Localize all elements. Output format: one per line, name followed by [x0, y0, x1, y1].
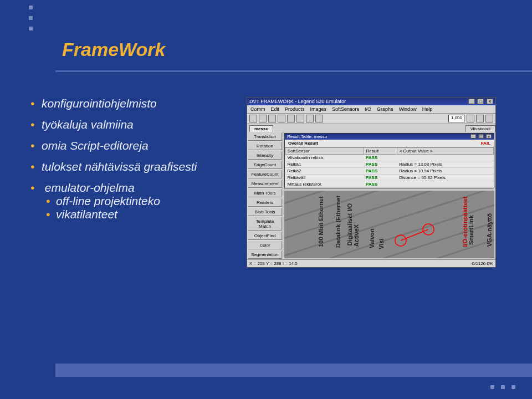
camera-image-view[interactable]: 100 Mbit Ethernet Datalink (Ethernet Dig…: [284, 191, 494, 258]
tool-button[interactable]: Template Match: [248, 217, 282, 231]
toolbar: 1,000: [247, 114, 495, 124]
table-row: Mittaus rekisteröi.PASS: [285, 181, 494, 188]
overall-result-value: FAIL: [481, 141, 490, 146]
bullet-item: emulator-ohjelma off-line projektinteko …: [30, 181, 236, 221]
toolbar-button[interactable]: [287, 115, 295, 122]
svg-line-2: [401, 229, 428, 241]
table-row: Reikä2PASSRadius = 10.94 Pixels: [285, 168, 494, 175]
overlay-markers-icon: [284, 191, 451, 258]
menu-item[interactable]: SoftSensors: [332, 106, 359, 112]
table-row: Viivakoodin rekistr.PASS: [285, 155, 494, 161]
minimize-button[interactable]: _: [470, 134, 476, 139]
minimize-button[interactable]: _: [468, 99, 475, 104]
statusbar: X = 208 Y = 288 I = 14.5 0/1126 0%: [247, 259, 495, 267]
menu-item[interactable]: Help: [422, 106, 433, 112]
decorative-dots-horizontal: [490, 385, 515, 389]
toolbar-button[interactable]: [467, 115, 474, 122]
overall-result-label: Overall Result: [288, 141, 318, 146]
bullet-item: omia Script-editoreja: [30, 139, 236, 152]
tool-button[interactable]: ObjectFind: [248, 232, 282, 240]
toolbar-button[interactable]: [476, 115, 484, 122]
menu-item[interactable]: Window: [399, 106, 417, 112]
title-area: FrameWork: [55, 22, 532, 72]
slide-title: FrameWork: [62, 39, 532, 60]
bullet-item: työkaluja valmiina: [30, 118, 236, 131]
tool-button[interactable]: Blob Tools: [248, 208, 282, 216]
tool-button[interactable]: Readers: [248, 198, 282, 207]
table-row: ReikäväliPASSDistance = 65.82 Pixels: [285, 175, 494, 181]
menubar: Comm Edit Products Images SoftSensors I/…: [247, 105, 495, 114]
close-button[interactable]: ×: [486, 134, 492, 139]
toolbar-button[interactable]: [315, 115, 323, 122]
footer-bar: [55, 364, 532, 377]
toolbar-button[interactable]: [259, 115, 267, 122]
window-title: DVT FRAMEWORK - Legend 530 Emulator: [249, 99, 346, 104]
window-controls: _ □ ×: [467, 99, 493, 104]
toolbar-button[interactable]: [485, 115, 493, 122]
status-progress: 0/1126 0%: [472, 261, 493, 266]
maximize-button[interactable]: □: [478, 134, 484, 139]
bullet-sub-item: off-line projektinteko: [46, 195, 236, 208]
tool-button[interactable]: Measurement: [248, 180, 282, 188]
menu-item[interactable]: Products: [285, 106, 305, 112]
maximize-button[interactable]: □: [477, 99, 484, 104]
tab-row-left: messu Viivakoodi: [247, 124, 495, 132]
result-table: SoftSensor Result < Output Value > Viiva…: [285, 147, 494, 188]
tool-button[interactable]: FeatureCount: [248, 170, 282, 178]
status-coords: X = 208 Y = 288 I = 14.5: [249, 261, 298, 266]
app-window: DVT FRAMEWORK - Legend 530 Emulator _ □ …: [247, 97, 496, 268]
menu-item[interactable]: Comm: [250, 106, 265, 112]
bullet-item: tulokset nähtävissä graafisesti: [30, 160, 236, 173]
tool-button[interactable]: Segmentation: [248, 250, 282, 259]
decorative-dots-vertical: [29, 6, 33, 30]
close-button[interactable]: ×: [487, 99, 493, 104]
left-tool-palette: Translation Rotation Intensity EdgeCount…: [247, 132, 283, 259]
toolbar-button[interactable]: [306, 115, 314, 122]
tool-button[interactable]: Intensity: [248, 151, 282, 160]
menu-item[interactable]: Edit: [271, 106, 280, 112]
result-panel-title: Result Table: messu: [287, 134, 327, 139]
tool-button[interactable]: EdgeCount: [248, 161, 282, 169]
tool-button[interactable]: Color: [248, 241, 282, 249]
col-header[interactable]: < Output Value >: [397, 148, 493, 155]
window-titlebar: DVT FRAMEWORK - Legend 530 Emulator _ □ …: [247, 98, 495, 105]
col-header[interactable]: Result: [364, 148, 397, 155]
tab[interactable]: messu: [249, 125, 273, 132]
bullet-sub-item: vikatilanteet: [46, 208, 236, 221]
menu-item[interactable]: Graphs: [377, 106, 393, 112]
tab[interactable]: Viivakoodi: [466, 125, 495, 132]
bullet-list: konfigurointiohjelmisto työkaluja valmii…: [30, 97, 236, 229]
toolbar-counter: 1,000: [448, 115, 465, 122]
toolbar-button[interactable]: [249, 115, 257, 122]
toolbar-button[interactable]: [278, 115, 285, 122]
col-header[interactable]: SoftSensor: [285, 148, 364, 155]
tool-button[interactable]: Math Tools: [248, 189, 282, 197]
toolbar-button[interactable]: [296, 115, 304, 122]
bullet-item: konfigurointiohjelmisto: [30, 97, 236, 110]
table-row: Reikä1PASSRadius = 13.08 Pixels: [285, 161, 494, 168]
toolbar-button[interactable]: [268, 115, 276, 122]
menu-item[interactable]: Images: [310, 106, 327, 112]
tool-button[interactable]: Translation: [248, 132, 282, 141]
tool-button[interactable]: Rotation: [248, 142, 282, 150]
menu-item[interactable]: I/O: [365, 106, 371, 112]
result-table-panel: Result Table: messu _ □ × Overall Result…: [284, 133, 494, 188]
